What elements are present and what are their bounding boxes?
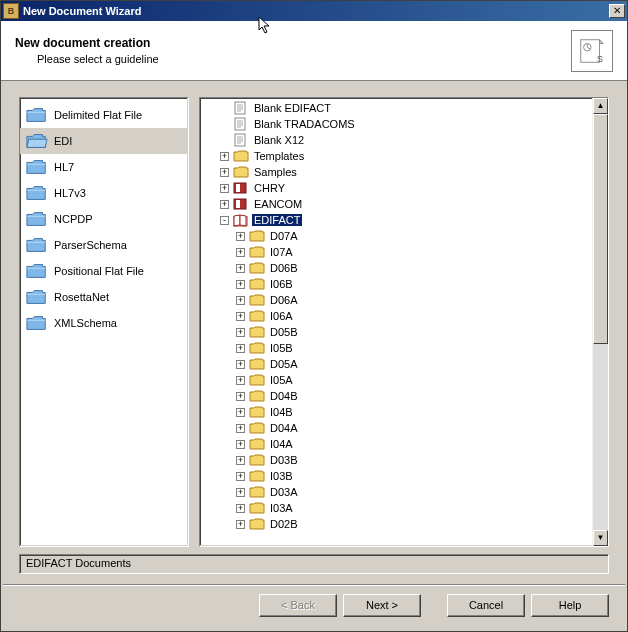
- category-item[interactable]: Positional Flat File: [20, 258, 188, 284]
- expand-icon[interactable]: +: [236, 408, 245, 417]
- expand-icon[interactable]: +: [236, 296, 245, 305]
- tree-item[interactable]: +CHRY: [204, 180, 608, 196]
- expand-icon[interactable]: +: [236, 392, 245, 401]
- tree-item[interactable]: +D04A: [204, 420, 608, 436]
- wizard-icon: S: [571, 30, 613, 72]
- tree-item[interactable]: Blank X12: [204, 132, 608, 148]
- wizard-window: B New Document Wizard ✕ New document cre…: [0, 0, 628, 632]
- expand-icon[interactable]: +: [220, 168, 229, 177]
- tree-label: Templates: [252, 150, 306, 162]
- folder-icon: [233, 165, 249, 179]
- folder-icon: [249, 437, 265, 451]
- expand-icon[interactable]: +: [236, 424, 245, 433]
- tree-item[interactable]: +Samples: [204, 164, 608, 180]
- doc-icon: [233, 117, 249, 131]
- tree-item[interactable]: +I05B: [204, 340, 608, 356]
- category-item[interactable]: ParserSchema: [20, 232, 188, 258]
- category-item[interactable]: RosettaNet: [20, 284, 188, 310]
- expand-icon[interactable]: +: [236, 280, 245, 289]
- tree-label: Samples: [252, 166, 299, 178]
- folder-icon: [233, 149, 249, 163]
- tree-spacer: [220, 120, 229, 129]
- tree-item[interactable]: +D06B: [204, 260, 608, 276]
- cancel-button[interactable]: Cancel: [447, 594, 525, 617]
- category-item[interactable]: EDI: [20, 128, 188, 154]
- tree-item[interactable]: +D04B: [204, 388, 608, 404]
- expand-icon[interactable]: +: [236, 248, 245, 257]
- tree-label: D04A: [268, 422, 300, 434]
- tree-item[interactable]: +I03A: [204, 500, 608, 516]
- expand-icon[interactable]: +: [236, 456, 245, 465]
- expand-icon[interactable]: +: [236, 376, 245, 385]
- category-item[interactable]: HL7v3: [20, 180, 188, 206]
- folder-icon: [249, 501, 265, 515]
- content-area: Delimited Flat FileEDIHL7HL7v3NCPDPParse…: [1, 81, 627, 554]
- category-item[interactable]: HL7: [20, 154, 188, 180]
- app-icon: B: [3, 3, 19, 19]
- category-list: Delimited Flat FileEDIHL7HL7v3NCPDPParse…: [19, 97, 189, 547]
- expand-icon[interactable]: +: [236, 232, 245, 241]
- scroll-down-button[interactable]: ▼: [593, 530, 608, 546]
- tree-label: I06B: [268, 278, 295, 290]
- collapse-icon[interactable]: -: [220, 216, 229, 225]
- help-button[interactable]: Help: [531, 594, 609, 617]
- folder-icon: [249, 389, 265, 403]
- tree-item[interactable]: Blank EDIFACT: [204, 100, 608, 116]
- tree-item[interactable]: +I03B: [204, 468, 608, 484]
- titlebar: B New Document Wizard ✕: [1, 1, 627, 21]
- expand-icon[interactable]: +: [236, 344, 245, 353]
- tree-item[interactable]: +D05B: [204, 324, 608, 340]
- tree-item[interactable]: +I05A: [204, 372, 608, 388]
- tree-item[interactable]: +I04A: [204, 436, 608, 452]
- folder-icon: [249, 309, 265, 323]
- tree-label: D06B: [268, 262, 300, 274]
- tree-item[interactable]: Blank TRADACOMS: [204, 116, 608, 132]
- tree-item[interactable]: +D07A: [204, 228, 608, 244]
- expand-icon[interactable]: +: [236, 360, 245, 369]
- scroll-up-button[interactable]: ▲: [593, 98, 608, 114]
- tree-item[interactable]: +I04B: [204, 404, 608, 420]
- expand-icon[interactable]: +: [236, 472, 245, 481]
- expand-icon[interactable]: +: [236, 312, 245, 321]
- tree-item[interactable]: -EDIFACT: [204, 212, 608, 228]
- expand-icon[interactable]: +: [236, 264, 245, 273]
- tree-item[interactable]: +D06A: [204, 292, 608, 308]
- tree-item[interactable]: +I06A: [204, 308, 608, 324]
- tree-label: D05A: [268, 358, 300, 370]
- tree-label: I05A: [268, 374, 295, 386]
- expand-icon[interactable]: +: [236, 488, 245, 497]
- tree-item[interactable]: +D02B: [204, 516, 608, 532]
- tree-label: CHRY: [252, 182, 287, 194]
- scrollbar[interactable]: ▲ ▼: [592, 98, 608, 546]
- expand-icon[interactable]: +: [220, 184, 229, 193]
- folder-icon: [26, 236, 48, 254]
- category-item[interactable]: Delimited Flat File: [20, 102, 188, 128]
- expand-icon[interactable]: +: [236, 440, 245, 449]
- folder-icon: [249, 341, 265, 355]
- tree-item[interactable]: +I06B: [204, 276, 608, 292]
- folder-open-icon: [26, 132, 48, 150]
- folder-icon: [26, 106, 48, 124]
- tree-label: D03A: [268, 486, 300, 498]
- tree-item[interactable]: +EANCOM: [204, 196, 608, 212]
- expand-icon[interactable]: +: [220, 200, 229, 209]
- svg-text:S: S: [597, 54, 603, 64]
- close-button[interactable]: ✕: [609, 4, 625, 18]
- expand-icon[interactable]: +: [236, 504, 245, 513]
- expand-icon[interactable]: +: [236, 520, 245, 529]
- next-button[interactable]: Next >: [343, 594, 421, 617]
- tree-item[interactable]: +D05A: [204, 356, 608, 372]
- category-item[interactable]: XMLSchema: [20, 310, 188, 336]
- folder-icon: [26, 314, 48, 332]
- category-item[interactable]: NCPDP: [20, 206, 188, 232]
- tree-item[interactable]: +D03B: [204, 452, 608, 468]
- tree-item[interactable]: +D03A: [204, 484, 608, 500]
- status-bar: EDIFACT Documents: [19, 554, 609, 574]
- scroll-thumb[interactable]: [593, 114, 608, 344]
- expand-icon[interactable]: +: [236, 328, 245, 337]
- tree-item[interactable]: +I07A: [204, 244, 608, 260]
- expand-icon[interactable]: +: [220, 152, 229, 161]
- tree-item[interactable]: +Templates: [204, 148, 608, 164]
- category-label: ParserSchema: [54, 239, 127, 251]
- category-label: RosettaNet: [54, 291, 109, 303]
